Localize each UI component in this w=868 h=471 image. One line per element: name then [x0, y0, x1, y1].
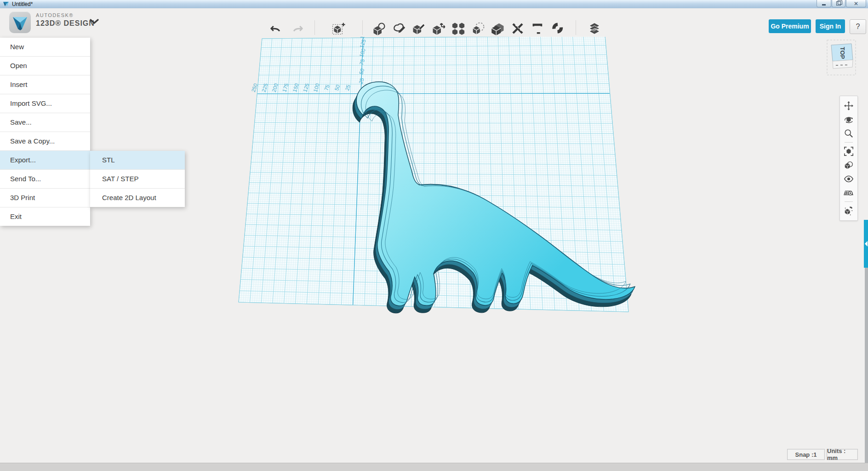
submenu-item-create-2d-layout[interactable]: Create 2D Layout [90, 189, 185, 207]
sign-in-button[interactable]: Sign In [816, 19, 845, 33]
redo-icon[interactable] [289, 21, 305, 36]
menu-item-save[interactable]: Save... [0, 113, 90, 132]
zoom-icon[interactable] [842, 126, 855, 140]
menu-item-3d-print[interactable]: 3D Print [0, 189, 90, 207]
nav-separator [845, 142, 853, 143]
primitives-icon[interactable] [331, 21, 347, 36]
construct-icon[interactable] [391, 21, 407, 36]
sketch-icon[interactable] [371, 21, 387, 36]
restore-button[interactable] [832, 0, 845, 7]
combine-icon[interactable] [490, 21, 506, 36]
undo-icon[interactable] [268, 21, 284, 36]
pattern-icon[interactable] [451, 21, 466, 36]
view-cube[interactable]: TOP [827, 40, 857, 82]
app-logo[interactable] [9, 11, 31, 33]
snap-setting[interactable]: Snap :1 [787, 449, 825, 460]
menu-item-save-a-copy[interactable]: Save a Copy... [0, 132, 90, 151]
view-cube-top-label: TOP [839, 47, 846, 59]
panel-flyout-handle[interactable] [864, 220, 868, 268]
right-edge-strip [865, 268, 868, 463]
window-frame-bottom [0, 463, 868, 471]
close-button[interactable]: ✕ [846, 0, 866, 7]
app-header: AUTODESK® 123D® DESIGN [0, 8, 868, 37]
transform-icon[interactable] [431, 21, 446, 36]
snap-icon[interactable] [549, 21, 565, 36]
toolbar-separator [314, 20, 315, 35]
brand-autodesk: AUTODESK® [36, 12, 95, 18]
export-submenu: STL SAT / STEP Create 2D Layout [90, 151, 185, 207]
menu-item-export[interactable]: Export... [0, 151, 90, 170]
menu-item-insert[interactable]: Insert [0, 75, 90, 94]
orbit-icon[interactable] [842, 113, 855, 126]
material-icon[interactable] [587, 21, 602, 36]
grid-view-icon[interactable] [842, 186, 855, 200]
measure-icon[interactable] [510, 21, 525, 36]
menu-item-open[interactable]: Open [0, 57, 90, 75]
title-bar[interactable]: Untitled* ✕ [0, 0, 868, 9]
brand: AUTODESK® 123D® DESIGN [36, 12, 95, 28]
view-nav-toolbar [839, 96, 858, 221]
viewport-canvas[interactable]: 2502252001751501251007550252550751001251… [0, 37, 868, 471]
nav-separator [845, 201, 853, 202]
units-setting[interactable]: Units : mm [827, 449, 858, 460]
menu-item-import-svg[interactable]: Import SVG... [0, 94, 90, 113]
pan-icon[interactable] [842, 99, 855, 113]
brand-123d-design: 123D® DESIGN [36, 19, 95, 28]
app-window: Untitled* ✕ AUTODESK® 123D® DESIGN [0, 0, 868, 471]
menu-item-new[interactable]: New [0, 38, 90, 57]
menu-item-exit[interactable]: Exit [0, 207, 90, 226]
minimize-button[interactable] [817, 0, 831, 7]
help-button[interactable]: ? [850, 19, 866, 34]
submenu-item-sat-step[interactable]: SAT / STEP [90, 170, 185, 189]
snap-settings-icon[interactable] [842, 204, 855, 218]
text-icon[interactable] [530, 21, 545, 36]
window-title: Untitled* [12, 1, 33, 7]
toolbar-separator [362, 20, 363, 35]
menu-item-send-to[interactable]: Send To... [0, 170, 90, 189]
main-menu-chevron-icon[interactable] [89, 18, 99, 27]
toolbar-separator [576, 20, 576, 35]
modify-icon[interactable] [411, 21, 427, 36]
shaded-view-icon[interactable] [842, 158, 855, 172]
go-premium-button[interactable]: Go Premium [769, 19, 811, 33]
file-menu: New Open Insert Import SVG... Save... Sa… [0, 38, 90, 226]
submenu-item-stl[interactable]: STL [90, 151, 185, 170]
visibility-icon[interactable] [842, 172, 855, 186]
fit-icon[interactable] [842, 144, 855, 158]
grouping-icon[interactable] [470, 21, 486, 36]
